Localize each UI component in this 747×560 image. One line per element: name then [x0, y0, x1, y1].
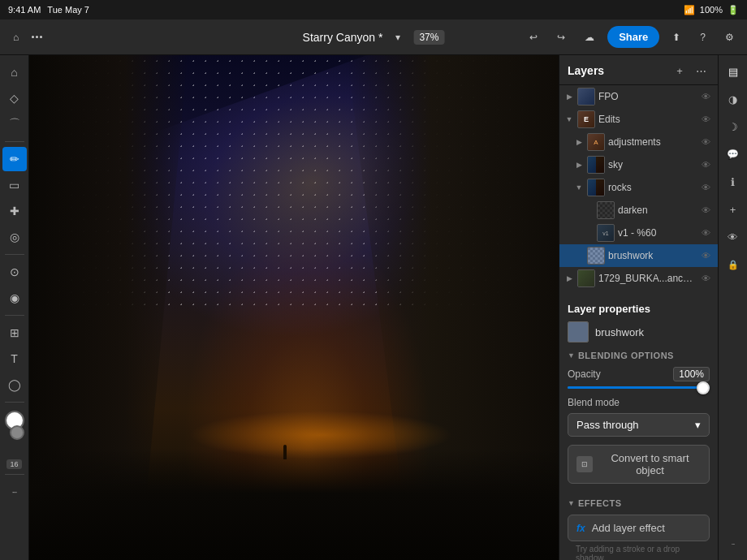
- share-button[interactable]: Share: [607, 26, 659, 48]
- tool-brush[interactable]: ✏: [2, 147, 27, 171]
- tool-clone[interactable]: ◎: [2, 225, 27, 249]
- layer-item[interactable]: ▶ sky 👁: [559, 153, 718, 176]
- layer-name: brushwork: [608, 250, 695, 261]
- background-color[interactable]: [10, 425, 24, 440]
- opacity-label: Opacity: [568, 368, 601, 380]
- panel-icon-more[interactable]: ···: [722, 532, 745, 555]
- toolbar: ⌂ Starry Canyon * ▾ 37% ↩ ↪ ☁ Share ⬆ ? …: [0, 19, 747, 55]
- visibility-icon[interactable]: 👁: [698, 203, 713, 218]
- undo-button[interactable]: ↩: [523, 28, 544, 46]
- tool-shape[interactable]: ◯: [2, 373, 27, 397]
- settings-button[interactable]: ⚙: [719, 28, 741, 46]
- tool-divider-3: [5, 315, 24, 316]
- tool-divider-2: [5, 254, 24, 255]
- visibility-icon[interactable]: 👁: [698, 180, 713, 195]
- tool-select[interactable]: ◇: [2, 86, 27, 110]
- layer-name: Edits: [598, 114, 695, 125]
- add-layer-effect-button[interactable]: fx Add layer effect: [568, 515, 710, 541]
- more-menu[interactable]: [32, 36, 42, 38]
- status-bar: 9:41 AM Tue May 7 📶 100% 🔋: [0, 0, 747, 19]
- opacity-value[interactable]: 100%: [673, 367, 710, 381]
- redo-button[interactable]: ↪: [551, 28, 572, 46]
- expand-icon: ▶: [564, 92, 574, 101]
- opacity-slider[interactable]: [568, 386, 710, 389]
- help-button[interactable]: ?: [693, 28, 712, 46]
- panel-icon-layers[interactable]: ▤: [722, 60, 745, 83]
- tool-eraser[interactable]: ▭: [2, 173, 27, 197]
- panel-icon-masks[interactable]: ☽: [722, 115, 745, 138]
- visibility-icon[interactable]: 👁: [698, 248, 713, 263]
- layer-properties: Layer properties brushwork ▼ BLENDING OP…: [559, 296, 718, 498]
- layer-thumbnail: v1: [597, 224, 615, 242]
- slider-thumb[interactable]: [697, 381, 710, 394]
- blending-options-header[interactable]: ▼ BLENDING OPTIONS: [568, 351, 710, 360]
- canvas-area[interactable]: [29, 55, 559, 560]
- layers-actions: + ⋯: [671, 62, 710, 80]
- panel-icon-visibility[interactable]: 👁: [722, 226, 745, 248]
- panel-icon-add[interactable]: +: [722, 198, 745, 221]
- status-left: 9:41 AM Tue May 7: [8, 5, 89, 15]
- panel-icon-adjustments[interactable]: ◑: [722, 88, 745, 110]
- battery-icon: 🔋: [728, 5, 739, 15]
- tool-transform[interactable]: ⊞: [2, 321, 27, 345]
- visibility-icon[interactable]: 👁: [698, 157, 713, 172]
- convert-smart-object-button[interactable]: ⊡ Convert to smart object: [568, 445, 710, 484]
- add-effect-label: Add layer effect: [592, 522, 665, 534]
- panel-icon-comments[interactable]: 💬: [722, 143, 745, 166]
- blending-options-section: ▼ BLENDING OPTIONS Opacity 100% Blend mo…: [568, 351, 710, 437]
- visibility-icon[interactable]: 👁: [698, 135, 713, 149]
- toolbar-right: ↩ ↪ ☁ Share ⬆ ? ⚙: [523, 26, 741, 48]
- panel-icon-info[interactable]: ℹ: [722, 170, 745, 193]
- layer-thumbnail: [587, 179, 605, 196]
- tool-divider-4: [5, 402, 24, 403]
- selected-layer-row: brushwork: [568, 321, 710, 342]
- layer-item[interactable]: ▼ E Edits 👁: [559, 108, 718, 131]
- add-layer-button[interactable]: +: [671, 62, 689, 80]
- visibility-icon[interactable]: 👁: [698, 112, 713, 127]
- layer-item[interactable]: ▼ rocks 👁: [559, 176, 718, 199]
- blend-mode-select[interactable]: Pass through ▾: [568, 413, 710, 437]
- tool-more[interactable]: ···: [2, 480, 27, 504]
- expand-icon: ▼: [564, 114, 574, 124]
- chevron-down-icon: ▼: [568, 499, 575, 507]
- tool-home[interactable]: ⌂: [2, 60, 27, 84]
- expand-icon: ▶: [574, 137, 584, 147]
- tool-heal[interactable]: ✚: [2, 199, 27, 223]
- doc-menu-btn[interactable]: ▾: [389, 28, 407, 46]
- panel-icon-lock[interactable]: 🔒: [722, 253, 745, 276]
- layer-item[interactable]: ▶ 1729_BURKA...anced-NR33 👁: [559, 267, 718, 290]
- tool-lasso[interactable]: ⌒: [2, 112, 27, 136]
- layer-item[interactable]: ▶ A adjustments 👁: [559, 131, 718, 153]
- home-button[interactable]: ⌂: [6, 28, 25, 46]
- layer-item[interactable]: ▶ FPO 👁: [559, 85, 718, 108]
- layer-thumbnail: [597, 201, 615, 219]
- layer-item[interactable]: darken 👁: [559, 199, 718, 222]
- selected-layer-thumb: [568, 321, 589, 342]
- visibility-icon[interactable]: 👁: [698, 226, 713, 240]
- fx-icon: fx: [576, 523, 585, 534]
- effects-header[interactable]: ▼ EFFECTS: [568, 498, 710, 508]
- layer-name: darken: [618, 205, 695, 216]
- tool-fill[interactable]: ◉: [2, 286, 27, 310]
- blend-mode-value: Pass through: [576, 419, 639, 431]
- layer-item-brushwork[interactable]: brushwork 👁: [559, 244, 718, 267]
- layer-item[interactable]: v1 v1 - %60 👁: [559, 222, 718, 244]
- layer-thumbnail: A: [587, 133, 605, 151]
- cloud-icon: ☁: [585, 32, 594, 43]
- upload-button[interactable]: ⬆: [666, 28, 687, 46]
- blend-mode-row: Blend mode: [568, 397, 710, 408]
- doc-title[interactable]: Starry Canyon *: [303, 31, 383, 44]
- cloud-button[interactable]: ☁: [578, 28, 601, 46]
- smart-object-icon: ⊡: [576, 456, 593, 472]
- visibility-icon[interactable]: 👁: [698, 89, 713, 104]
- zoom-level[interactable]: 37%: [413, 30, 444, 45]
- layers-more-button[interactable]: ⋯: [692, 62, 710, 80]
- time: 9:41 AM: [8, 5, 41, 15]
- visibility-icon[interactable]: 👁: [698, 271, 713, 286]
- tool-divider-5: [5, 474, 24, 475]
- tool-text[interactable]: T: [2, 347, 27, 371]
- left-toolbar: ⌂ ◇ ⌒ ✏ ▭ ✚ ◎ ⊙ ◉ ⊞ T ◯ 16 ···: [0, 55, 29, 560]
- brush-size-badge[interactable]: 16: [6, 459, 21, 469]
- layer-properties-title: Layer properties: [568, 303, 710, 315]
- tool-eyedropper[interactable]: ⊙: [2, 260, 27, 284]
